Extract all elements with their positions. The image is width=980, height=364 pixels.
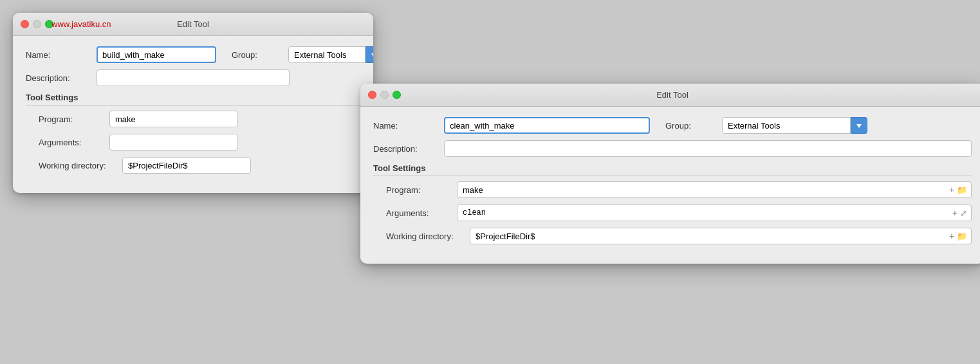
name-label-1: Name: (26, 50, 97, 60)
maximize-button-2[interactable] (393, 91, 401, 99)
chevron-down-icon-1 (371, 53, 374, 57)
working-dir-input-1[interactable] (122, 157, 251, 174)
description-label-2: Description: (373, 144, 444, 154)
arguments-label-2: Arguments: (386, 208, 457, 218)
group-label-1: Group: (232, 50, 283, 60)
group-select-chevron-2[interactable] (851, 117, 867, 134)
program-row-2: Program: + 📁 (373, 181, 972, 198)
group-select-wrapper-1: External Tools (288, 46, 373, 63)
program-input-1[interactable] (109, 111, 238, 127)
window-title-2: Edit Tool (656, 90, 689, 100)
working-dir-label-2: Working directory: (386, 232, 470, 241)
arguments-input-wrapper: + ⤢ (457, 205, 972, 221)
working-dir-row-1: Working directory: (26, 157, 360, 174)
arguments-add-icon[interactable]: + (951, 208, 959, 218)
close-button-2[interactable] (368, 91, 376, 99)
description-input-1[interactable] (97, 69, 290, 86)
traffic-lights-1 (21, 20, 53, 28)
group-select-chevron-1[interactable] (365, 46, 373, 63)
window-title-1: Edit Tool (177, 19, 209, 29)
description-row-1: Description: (26, 69, 360, 86)
arguments-expand-icon[interactable]: ⤢ (959, 208, 968, 218)
working-dir-label-1: Working directory: (39, 161, 122, 170)
description-input-2[interactable] (444, 140, 972, 157)
traffic-lights-2 (368, 91, 401, 99)
arguments-input-2[interactable] (460, 205, 951, 221)
working-dir-input-2[interactable] (473, 228, 948, 244)
program-input-2[interactable] (460, 182, 948, 197)
group-select-wrapper-2: External Tools (722, 117, 867, 134)
description-row-2: Description: (373, 140, 972, 157)
arguments-label-1: Arguments: (39, 138, 109, 147)
tool-settings-title-1: Tool Settings (26, 93, 360, 105)
name-row-2: Name: Group: External Tools (373, 117, 972, 134)
name-row-1: Name: Group: External Tools (26, 46, 360, 63)
program-label-1: Program: (39, 114, 109, 124)
group-label-2: Group: (665, 121, 717, 131)
program-row-1: Program: (26, 111, 360, 127)
working-dir-input-wrapper: + 📁 (470, 228, 972, 244)
program-input-wrapper: + 📁 (457, 181, 972, 198)
chevron-down-icon-2 (856, 124, 862, 128)
arguments-row-2: Arguments: + ⤢ (373, 205, 972, 221)
close-button-1[interactable] (21, 20, 29, 28)
program-label-2: Program: (386, 185, 457, 195)
window2-content: Name: Group: External Tools Description:… (360, 107, 980, 264)
program-folder-icon[interactable]: 📁 (956, 185, 968, 195)
arguments-input-1[interactable] (109, 134, 238, 150)
group-select-2[interactable]: External Tools (722, 117, 851, 134)
name-input-1[interactable] (97, 46, 216, 63)
edit-tool-window-1: Edit Tool www.javatiku.cn Name: Group: E… (13, 13, 373, 193)
description-label-1: Description: (26, 73, 97, 83)
window1-content: Name: Group: External Tools Description:… (13, 36, 373, 193)
program-add-icon[interactable]: + (948, 185, 956, 195)
working-dir-row-2: Working directory: + 📁 (373, 228, 972, 244)
minimize-button-2[interactable] (380, 91, 389, 99)
tool-settings-title-2: Tool Settings (373, 163, 972, 176)
group-select-1[interactable]: External Tools (288, 46, 365, 63)
name-input-2[interactable] (444, 117, 650, 134)
working-dir-folder-icon[interactable]: 📁 (956, 232, 968, 241)
edit-tool-window-2: Edit Tool Name: Group: External Tools De… (360, 84, 980, 264)
title-bar-1: Edit Tool www.javatiku.cn (13, 13, 373, 36)
watermark: www.javatiku.cn (51, 19, 111, 29)
minimize-button-1[interactable] (33, 20, 41, 28)
working-dir-add-icon[interactable]: + (948, 231, 956, 241)
title-bar-2: Edit Tool (360, 84, 980, 107)
arguments-row-1: Arguments: (26, 134, 360, 150)
name-label-2: Name: (373, 121, 444, 131)
